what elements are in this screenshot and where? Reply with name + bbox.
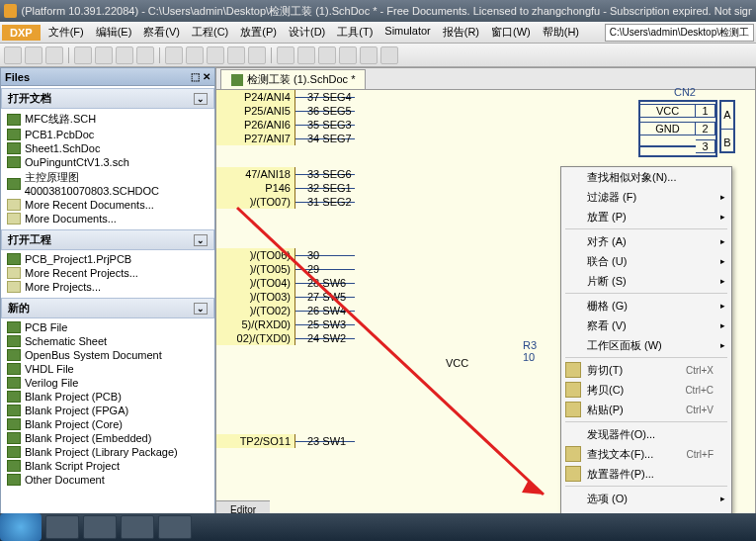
context-menu-item[interactable]: 查找相似对象(N)... bbox=[561, 167, 731, 187]
file-item[interactable]: Verilog File bbox=[1, 376, 214, 390]
pin-block: 47/ANI18P146)/(TO07) bbox=[216, 167, 295, 209]
file-icon bbox=[7, 114, 21, 126]
context-menu-item[interactable]: 剪切(T)Ctrl+X bbox=[561, 360, 731, 380]
dxp-button[interactable]: DXP bbox=[2, 25, 41, 41]
file-icon bbox=[7, 391, 21, 403]
file-item[interactable]: Blank Project (Embedded) bbox=[1, 431, 214, 445]
net-label: 28 SW6 bbox=[307, 276, 346, 290]
net-label: 30 bbox=[307, 248, 319, 262]
file-item[interactable]: More Documents... bbox=[1, 212, 214, 225]
panel-header: Files ⬚ ✕ bbox=[1, 68, 214, 86]
context-menu-item[interactable]: 选项 (O) bbox=[561, 489, 731, 508]
toolbar-button[interactable] bbox=[297, 46, 315, 64]
file-item[interactable]: Sheet1.SchDoc bbox=[1, 141, 214, 155]
file-item[interactable]: Blank Project (Core) bbox=[1, 417, 214, 431]
toolbar-button[interactable] bbox=[227, 46, 245, 64]
toolbar-button[interactable] bbox=[248, 46, 266, 64]
net-label: 33 SEG6 bbox=[307, 167, 352, 181]
file-item[interactable]: More Recent Documents... bbox=[1, 198, 214, 212]
file-item[interactable]: Blank Script Project bbox=[1, 459, 214, 473]
context-menu-item[interactable]: 对齐 (A) bbox=[561, 231, 731, 251]
path-box[interactable]: C:\Users\admin\Desktop\检测工 bbox=[605, 24, 754, 42]
toolbar-button[interactable] bbox=[116, 46, 133, 64]
context-menu-item[interactable]: 放置器件(P)... bbox=[561, 464, 731, 484]
start-button[interactable] bbox=[0, 513, 42, 541]
toolbar-button[interactable] bbox=[207, 46, 224, 64]
taskbar-item[interactable] bbox=[158, 515, 192, 539]
context-menu-item[interactable]: 放置 (P) bbox=[561, 207, 731, 226]
menu-item[interactable]: 设计(D) bbox=[283, 23, 331, 42]
context-menu-item[interactable]: 片断 (S) bbox=[561, 271, 731, 291]
connector-side: AB bbox=[719, 100, 735, 153]
file-item[interactable]: Other Document bbox=[1, 473, 214, 487]
file-item[interactable]: Blank Project (Library Package) bbox=[1, 445, 214, 459]
toolbar-button[interactable] bbox=[74, 46, 92, 64]
toolbar-button[interactable] bbox=[25, 46, 42, 64]
toolbar-button[interactable] bbox=[277, 46, 294, 64]
file-item[interactable]: OuPinguntCtV1.3.sch bbox=[1, 155, 214, 169]
menu-item[interactable]: 文件(F) bbox=[42, 23, 90, 42]
menu-item[interactable]: 编辑(E) bbox=[90, 23, 138, 42]
file-item[interactable]: Blank Project (FPGA) bbox=[1, 404, 214, 417]
file-item[interactable]: PCB File bbox=[1, 320, 214, 334]
pin-icon[interactable]: ⬚ ✕ bbox=[191, 71, 210, 82]
context-menu-item[interactable]: 拷贝(C)Ctrl+C bbox=[561, 380, 731, 400]
toolbar-button[interactable] bbox=[339, 46, 357, 64]
file-item[interactable]: OpenBus System Document bbox=[1, 348, 214, 362]
taskbar-item[interactable] bbox=[83, 515, 117, 539]
toolbar-button[interactable] bbox=[360, 46, 378, 64]
menu-item[interactable]: 放置(P) bbox=[234, 23, 283, 42]
toolbar-button[interactable] bbox=[318, 46, 336, 64]
menu-item[interactable]: Simulator bbox=[378, 23, 436, 42]
pin-block: )/(TO06))/(TO05))/(TO04))/(TO03))/(TO02)… bbox=[216, 248, 295, 345]
menubar: DXP 文件(F)编辑(E)察看(V)工程(C)放置(P)设计(D)工具(T)S… bbox=[0, 22, 756, 44]
taskbar-item[interactable] bbox=[121, 515, 154, 539]
menu-icon bbox=[565, 382, 581, 398]
file-item[interactable]: 主控原理图40003810070803.SCHDOC bbox=[1, 169, 214, 198]
menu-item[interactable]: 窗口(W) bbox=[485, 23, 537, 42]
file-icon bbox=[7, 129, 21, 140]
taskbar bbox=[0, 513, 756, 541]
file-item[interactable]: More Recent Projects... bbox=[1, 266, 214, 280]
context-menu-item[interactable]: 粘贴(P)Ctrl+V bbox=[561, 400, 731, 419]
menu-item[interactable]: 报告(R) bbox=[437, 23, 485, 42]
menu-item[interactable]: 察看(V) bbox=[137, 23, 186, 42]
toolbar-button[interactable] bbox=[165, 46, 183, 64]
file-item[interactable]: VHDL File bbox=[1, 362, 214, 376]
taskbar-item[interactable] bbox=[45, 515, 79, 539]
toolbar-button[interactable] bbox=[95, 46, 113, 64]
toolbar-button[interactable] bbox=[45, 46, 63, 64]
menu-item[interactable]: 工程(C) bbox=[186, 23, 234, 42]
net-label: 34 SEG7 bbox=[307, 132, 352, 145]
file-item[interactable]: PCB_Project1.PrjPCB bbox=[1, 252, 214, 266]
section-header[interactable]: 新的⌄ bbox=[1, 298, 214, 318]
context-menu-item[interactable]: 栅格 (G) bbox=[561, 296, 731, 316]
section-header[interactable]: 打开文档⌄ bbox=[1, 88, 214, 109]
file-icon bbox=[7, 446, 21, 458]
toolbar-button[interactable] bbox=[186, 46, 204, 64]
menu-item[interactable]: 工具(T) bbox=[331, 23, 378, 42]
file-item[interactable]: Blank Project (PCB) bbox=[1, 390, 214, 404]
context-menu-item[interactable]: 发现器件(O)... bbox=[561, 424, 731, 444]
section-header[interactable]: 打开工程⌄ bbox=[1, 229, 214, 250]
file-item[interactable]: More Projects... bbox=[1, 280, 214, 294]
context-menu-item[interactable]: 察看 (V) bbox=[561, 316, 731, 335]
context-menu-item[interactable]: 过滤器 (F) bbox=[561, 187, 731, 207]
net-label: 32 SEG1 bbox=[307, 181, 352, 195]
toolbar-button[interactable] bbox=[380, 46, 398, 64]
context-menu-item[interactable]: 查找文本(F)...Ctrl+F bbox=[561, 444, 731, 464]
window-title: (Platform 10.391.22084) - C:\Users\admin… bbox=[21, 4, 752, 19]
file-icon bbox=[7, 267, 21, 279]
tab-schdoc[interactable]: 检测工装 (1).SchDoc * bbox=[220, 69, 366, 89]
context-menu-item[interactable]: 工作区面板 (W) bbox=[561, 335, 731, 355]
file-item[interactable]: Schematic Sheet bbox=[1, 334, 214, 348]
context-menu-item[interactable]: 联合 (U) bbox=[561, 251, 731, 271]
file-icon bbox=[7, 142, 21, 154]
file-item[interactable]: PCB1.PcbDoc bbox=[1, 128, 214, 141]
window-titlebar: (Platform 10.391.22084) - C:\Users\admin… bbox=[0, 0, 756, 22]
menu-item[interactable]: 帮助(H) bbox=[537, 23, 585, 42]
file-item[interactable]: MFC线路.SCH bbox=[1, 111, 214, 128]
toolbar-button[interactable] bbox=[136, 46, 154, 64]
net-label: 35 SEG3 bbox=[307, 118, 352, 132]
toolbar-button[interactable] bbox=[4, 46, 22, 64]
